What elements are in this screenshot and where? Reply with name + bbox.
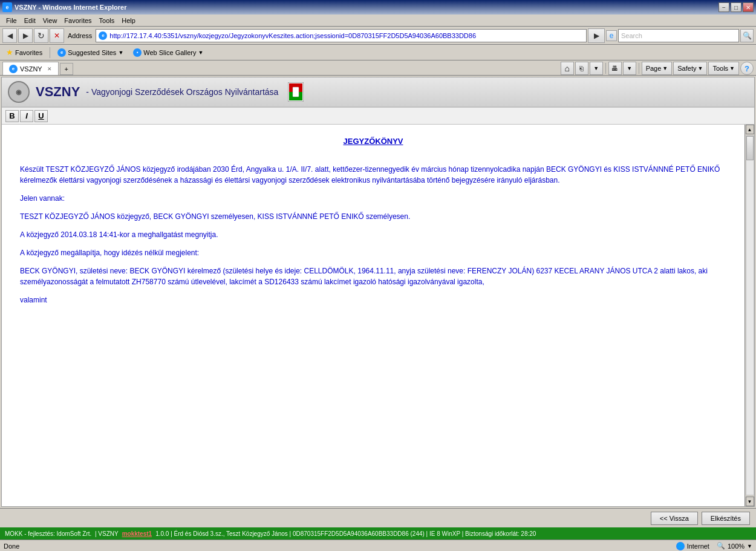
tab-toolbar-area: e VSZNY ✕ + ⌂ ⎗ ▼ 🖶 ▼ Page ▼ Safety ▼ To… [0,60,756,76]
favorites-button[interactable]: ★ Favorites [2,47,46,58]
doc-paragraph-3: TESZT KÖZJEGYZŐ JÁNOS közjegyző, BECK GY… [20,211,726,222]
status-bar: MOKK - fejlesztés: IdomSoft Zrt. | VSZNY… [0,527,756,540]
suggested-sites-link[interactable]: e Suggested Sites ▼ [54,47,127,58]
browser-toolbar-right: ⌂ ⎗ ▼ 🖶 ▼ Page ▼ Safety ▼ Tools ▼ ? [561,62,754,75]
page-label: Page [646,65,662,72]
page-subtitle: - Vagyonjogi Szerződések Országos Nyilvá… [86,87,278,97]
favorites-bar: ★ Favorites e Suggested Sites ▼ ▪ Web Sl… [0,45,756,60]
scroll-down-button[interactable]: ▼ [746,497,754,506]
page-header: ◉ VSZNY - Vagyonjogi Szerződések Országo… [2,77,754,108]
zoom-level: 100% [728,543,745,550]
doc-paragraph-2: Jelen vannak: [20,193,726,204]
address-input[interactable]: e http://172.17.4.40:5351/vszny/kozjegyz… [96,29,587,42]
underline-button[interactable]: U [34,110,48,122]
suggested-sites-chevron: ▼ [118,50,123,56]
tab-label: VSZNY [20,65,42,73]
suggested-sites-label: Suggested Sites [68,49,116,56]
menu-edit[interactable]: Edit [21,16,39,25]
internet-zone-label: Internet [687,543,709,550]
document-area: JEGYZŐKÖNYV Készült TESZT KÖZJEGYZŐ JÁNO… [2,125,745,506]
zoom-chevron: ▼ [747,543,752,549]
search-placeholder: Search [621,32,642,39]
doc-paragraph-5: A közjegyző megállapítja, hogy idézés né… [20,247,726,258]
doc-title: JEGYZŐKÖNYV [20,137,726,146]
safety-label: Safety [677,65,696,72]
bottom-navigation: << Vissza Elkészítés [0,508,756,527]
menu-tools[interactable]: Tools [96,16,119,25]
vszny-logo-circle: ◉ [8,81,30,103]
done-status: Done [4,543,19,550]
doc-paragraph-7: valamint [20,295,726,305]
help-button[interactable]: ? [740,62,754,75]
menu-favorites[interactable]: Favorites [60,16,95,25]
refresh-button[interactable]: ↻ [34,28,48,43]
menu-help[interactable]: Help [118,16,139,25]
svg-rect-3 [293,87,299,97]
tab-container: e VSZNY ✕ + [2,62,561,75]
bold-button[interactable]: B [5,110,19,122]
bottom-right-area: 🌐 Internet 🔍 100% ▼ [676,542,752,550]
browser-status-bar: Done 🌐 Internet 🔍 100% ▼ [0,540,756,551]
back-button[interactable]: ◀ [2,28,17,43]
zoom-icon: 🔍 [717,542,725,550]
search-input[interactable]: Search [618,29,739,42]
doc-paragraph-4: A közjegyző 2014.03.18 14:41-kor a megha… [20,229,726,240]
browser-tab[interactable]: e VSZNY ✕ [2,62,59,75]
star-icon: ★ [6,48,13,57]
feeds-button[interactable]: ⎗ [575,62,588,75]
italic-button[interactable]: I [20,110,33,122]
safety-chevron: ▼ [697,65,703,71]
coat-of-arms [288,82,304,102]
doc-paragraph-1: Készült TESZT KÖZJEGYZŐ JÁNOS közjegyző … [20,164,726,186]
go-button[interactable]: ▶ [588,28,605,43]
print-chevron[interactable]: ▼ [623,62,636,75]
forward-button[interactable]: ▶ [18,28,33,43]
underline-label: U [38,111,44,120]
stop-button[interactable]: ✕ [50,28,64,43]
safety-button[interactable]: Safety ▼ [673,62,707,75]
menu-file[interactable]: File [2,16,21,25]
tools-button[interactable]: Tools ▼ [708,62,739,75]
separator1 [605,63,606,74]
web-slice-label: Web Slice Gallery [143,49,196,56]
tools-label: Tools [712,65,728,72]
url-text: http://172.17.4.40:5351/vszny/kozjegyzo/… [109,32,476,39]
page-icon: e [99,31,107,40]
separator [50,47,50,58]
minimize-button[interactable]: − [719,2,729,12]
new-tab-button[interactable]: + [60,63,73,75]
close-button[interactable]: ✕ [743,2,754,12]
version-text: 1.0.0 | Érd és Diósd 3.sz., Teszt Közjeg… [155,530,536,537]
back-nav-button[interactable]: << Vissza [651,512,698,525]
scroll-thumb[interactable] [746,136,754,160]
search-submit-button[interactable]: 🔍 [740,29,754,42]
web-slice-link[interactable]: ▪ Web Slice Gallery ▼ [129,47,207,58]
restore-button[interactable]: □ [731,2,741,12]
live-search-icon: e [606,30,617,41]
mokktest-link[interactable]: mokktest1 [122,530,152,537]
web-slice-chevron: ▼ [198,50,204,56]
menu-view[interactable]: View [39,16,61,25]
title-bar: e VSZNY - Windows Internet Explorer − □ … [0,0,756,15]
address-label: Address [65,32,94,39]
scroll-up-button[interactable]: ▲ [746,125,754,134]
vszny-abbr: VSZNY [36,84,80,100]
home-button[interactable]: ⌂ [561,62,574,75]
internet-zone-icon: 🌐 [676,542,685,550]
page-chevron: ▼ [662,65,668,71]
favorites-label: Favorites [15,49,42,56]
doc-paragraph-6: BECK GYÖNGYI, születési neve: BECK GYÖNG… [20,266,726,287]
page-button[interactable]: Page ▼ [642,62,673,75]
feeds-chevron[interactable]: ▼ [590,62,603,75]
search-area: e Search 🔍 [606,29,754,42]
vszny-circle-text: ◉ [16,88,22,96]
italic-label: I [25,111,28,120]
mokk-text: MOKK - fejlesztés: IdomSoft Zrt. | VSZNY [5,530,119,537]
tab-icon: e [9,65,18,73]
suggested-sites-icon: e [57,48,66,57]
tab-close-button[interactable]: ✕ [47,66,52,72]
tools-chevron: ▼ [729,65,735,71]
scrollbar-right[interactable]: ▲ ▼ [745,125,754,506]
print-button[interactable]: 🖶 [608,62,622,75]
finish-button[interactable]: Elkészítés [702,512,750,525]
